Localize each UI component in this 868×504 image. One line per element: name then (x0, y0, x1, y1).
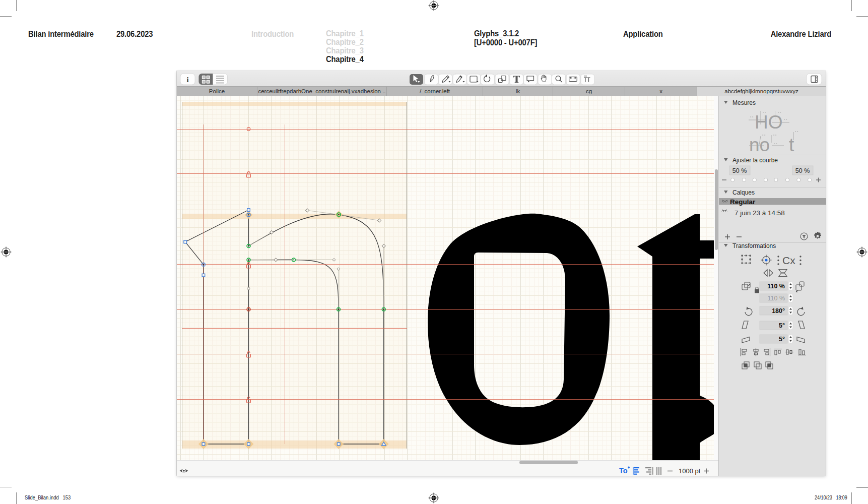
svg-text:180°: 180° (772, 307, 785, 314)
svg-text:Cx: Cx (782, 255, 795, 266)
svg-text:Mesures: Mesures (732, 99, 756, 106)
svg-text:i: i (186, 76, 188, 84)
svg-text:5°: 5° (779, 322, 785, 329)
svg-text:To: To (619, 467, 628, 475)
svg-text:1000 pt: 1000 pt (679, 467, 701, 475)
svg-text:110 %: 110 % (767, 283, 785, 290)
svg-text:Regular: Regular (730, 198, 756, 206)
svg-text:50 %: 50 % (732, 167, 747, 174)
svg-text:Transformations: Transformations (732, 242, 776, 249)
svg-text:Calques: Calques (732, 189, 755, 196)
svg-text:HO: HO (755, 112, 783, 133)
svg-text:no: no (749, 135, 770, 155)
svg-text:7 juin 23 à 14:58: 7 juin 23 à 14:58 (735, 209, 785, 217)
svg-text:110 %: 110 % (767, 295, 785, 302)
svg-text:50 %: 50 % (795, 167, 810, 174)
svg-text:Ajuster la courbe: Ajuster la courbe (732, 157, 778, 164)
svg-text:5°: 5° (779, 336, 785, 343)
